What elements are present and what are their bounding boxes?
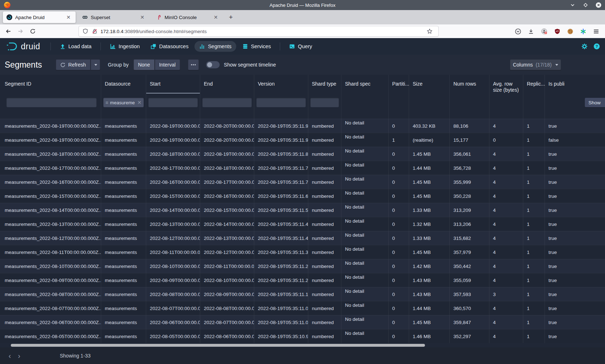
segment-timeline-toggle[interactable] (206, 61, 220, 68)
filter-cell-end (200, 94, 254, 119)
reload-button[interactable] (27, 26, 38, 37)
url-text[interactable]: 172.18.0.4:30899/unified-console.html#se… (100, 29, 426, 34)
scrollbar-thumb[interactable] (11, 344, 425, 347)
cell-end: 2022-08-16T00:00:00.0... (200, 189, 254, 203)
end-filter-input[interactable] (202, 98, 252, 107)
druid-navbar: druid Load data Ingestion Datasources (0, 38, 605, 55)
tab-apache-druid[interactable]: Apache Druid ✕ (3, 12, 76, 23)
remove-filter-icon[interactable]: ✕ (137, 100, 142, 105)
cell-segment-id: measurements_2022-08-07T00:00:00.000Z... (0, 301, 101, 315)
group-by-interval-button[interactable]: Interval (155, 59, 180, 70)
cell-replicas: 1 (523, 315, 544, 329)
refresh-button[interactable]: Refresh (56, 59, 90, 70)
group-by-none-button[interactable]: None (134, 59, 154, 70)
more-options-button[interactable] (188, 59, 199, 70)
column-header-datasource[interactable]: Datasource (101, 75, 146, 94)
table-row[interactable]: measurements_2022-08-16T00:00:00.000Z...… (0, 175, 605, 189)
datasource-filter-tag[interactable]: =measureme✕ (103, 98, 144, 107)
cell-shard-type: numbered (308, 259, 341, 273)
nav-item-load-data[interactable]: Load data (55, 41, 97, 52)
minimize-icon[interactable] (570, 2, 575, 8)
ublock-icon[interactable]: uO (552, 26, 563, 37)
column-header-replicas[interactable]: Replic... (523, 75, 544, 94)
nav-item-ingestion[interactable]: Ingestion (105, 41, 144, 52)
segments-icon (199, 44, 205, 49)
column-header-version[interactable]: Version (254, 75, 308, 94)
table-row[interactable]: measurements_2022-08-10T00:00:00.000Z...… (0, 259, 605, 273)
column-header-shard-spec[interactable]: Shard spec (341, 75, 388, 94)
druid-brand[interactable]: druid (6, 42, 40, 51)
cell-end: 2022-08-14T00:00:00.0... (200, 217, 254, 231)
bookmark-star-icon[interactable] (426, 28, 433, 35)
cell-size: 1.33 MB (409, 203, 449, 217)
maximize-icon[interactable] (583, 2, 588, 8)
table-row[interactable]: measurements_2022-08-11T00:00:00.000Z...… (0, 245, 605, 259)
insecure-lock-icon[interactable] (91, 28, 98, 35)
next-page-button[interactable]: › (14, 351, 24, 360)
column-header-partition[interactable]: Partiti... (388, 75, 409, 94)
table-row[interactable]: measurements_2022-08-15T00:00:00.000Z...… (0, 189, 605, 203)
pocket-icon[interactable] (512, 26, 523, 37)
cell-replicas: 1 (523, 329, 544, 343)
hamburger-menu-icon[interactable] (591, 26, 601, 37)
column-header-num-rows[interactable]: Num rows (449, 75, 489, 94)
settings-gear-icon[interactable] (581, 43, 588, 50)
table-row[interactable]: measurements_2022-08-12T00:00:00.000Z...… (0, 231, 605, 245)
cell-datasource: measurements (101, 259, 146, 273)
tab-close-icon[interactable]: ✕ (212, 14, 219, 21)
url-bar[interactable]: 172.18.0.4:30899/unified-console.html#se… (79, 26, 439, 37)
table-row[interactable]: measurements_2022-08-07T00:00:00.000Z...… (0, 301, 605, 315)
nav-item-segments[interactable]: Segments (194, 41, 236, 52)
cell-shard-spec: No detail (341, 329, 388, 343)
back-button[interactable] (3, 26, 14, 37)
showing-count: Showing 1-33 (60, 353, 91, 359)
table-row[interactable]: measurements_2022-08-13T00:00:00.000Z...… (0, 217, 605, 231)
nav-item-services[interactable]: Services (238, 41, 276, 52)
column-header-avg-row-size[interactable]: Avg. row size (bytes) (489, 75, 523, 94)
table-row[interactable]: measurements_2022-08-19T00:00:00.000Z...… (0, 133, 605, 147)
table-row[interactable]: measurements_2022-08-18T00:00:00.000Z...… (0, 147, 605, 161)
previous-page-button[interactable]: ‹ (5, 351, 14, 360)
table-row[interactable]: measurements_2022-08-14T00:00:00.000Z...… (0, 203, 605, 217)
nav-item-query[interactable]: Query (284, 41, 317, 52)
cell-replicas: 1 (523, 245, 544, 259)
start-filter-input[interactable] (148, 98, 198, 107)
close-icon[interactable] (596, 2, 601, 8)
shield-icon[interactable] (82, 28, 89, 35)
table-row[interactable]: measurements_2022-08-08T00:00:00.000Z...… (0, 287, 605, 301)
tab-close-icon[interactable]: ✕ (139, 14, 146, 21)
url-path: :30899/unified-console.html#segments (124, 29, 207, 34)
cookie-icon[interactable] (565, 26, 575, 37)
table-row[interactable]: measurements_2022-08-09T00:00:00.000Z...… (0, 273, 605, 287)
horizontal-scrollbar[interactable] (0, 343, 605, 347)
column-header-shard-type[interactable]: Shard type (308, 75, 341, 94)
table-row[interactable]: measurements_2022-08-17T00:00:00.000Z...… (0, 161, 605, 175)
table-row[interactable]: measurements_2022-08-06T00:00:00.000Z...… (0, 315, 605, 329)
tab-close-icon[interactable]: ✕ (65, 14, 72, 21)
column-header-end[interactable]: End (200, 75, 254, 94)
extension-disabled-icon[interactable] (539, 26, 550, 37)
column-header-segment-id[interactable]: Segment ID (0, 75, 101, 94)
tab-superset[interactable]: Superset ✕ (79, 12, 149, 23)
help-icon[interactable]: ? (593, 43, 600, 50)
table-row[interactable]: measurements_2022-08-19T00:00:00.000Z...… (0, 119, 605, 133)
table-row[interactable]: measurements_2022-08-05T00:00:00.000Z...… (0, 329, 605, 343)
segment-id-filter-input[interactable] (6, 98, 97, 107)
column-header-start[interactable]: Start (146, 75, 200, 94)
cell-shard-type: numbered (308, 273, 341, 287)
column-header-size[interactable]: Size (409, 75, 449, 94)
shard-type-filter-input[interactable] (310, 98, 339, 107)
window-title: Apache Druid — Mozilla Firefox (0, 3, 605, 8)
new-tab-button[interactable]: + (226, 12, 236, 22)
downloads-icon[interactable] (525, 26, 536, 37)
nav-item-datasources[interactable]: Datasources (146, 41, 193, 52)
refresh-dropdown-button[interactable] (91, 59, 100, 70)
cell-version: 2022-08-19T05:35:11.1... (254, 287, 308, 301)
version-filter-input[interactable] (256, 98, 306, 107)
tab-minio-console[interactable]: MinIO Console ✕ (152, 12, 223, 23)
column-header-is-published[interactable]: Is publi (544, 75, 605, 94)
asterisk-extension-icon[interactable] (578, 26, 588, 37)
forward-button[interactable] (15, 26, 26, 37)
columns-button[interactable]: Columns (17/18) (510, 59, 561, 70)
is-published-show-filter-button[interactable]: Show (585, 98, 605, 107)
